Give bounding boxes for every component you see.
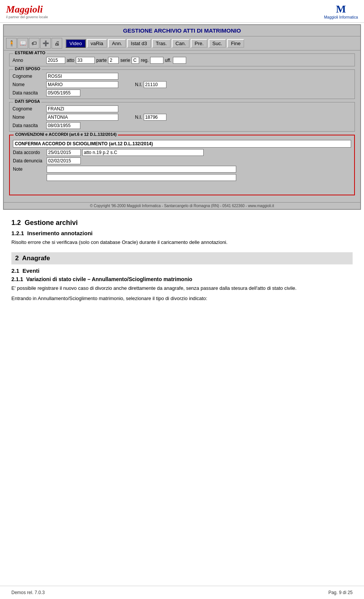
copyright-text: © Copyright '96-2000 Maggioli Informatic… <box>90 204 274 208</box>
app-title: GESTIONE ARCHIVIO ATTI DI MATRIMONIO <box>123 27 241 34</box>
doc-h2: 1.2.1 Inserimento annotazioni <box>11 230 353 236</box>
top-logos-bar: Maggioli il partner del governo locale M… <box>0 0 364 23</box>
mi-logo-text: Maggioli Informatica <box>324 15 358 19</box>
serie-input[interactable] <box>132 57 139 64</box>
uff-input[interactable] <box>173 57 186 64</box>
toolbar: 🧍 📖 🏷 ➕ 🖨 Video vaRia Ann. Istat d3 Tras… <box>4 36 360 50</box>
icon-printer[interactable]: 🖨 <box>52 38 62 49</box>
sposo-cognome-label: Cognome <box>13 74 45 79</box>
footer-right: Pag. 9 di 25 <box>328 590 353 595</box>
btn-fine[interactable]: Fine <box>227 39 244 48</box>
note-label: Note <box>13 167 45 172</box>
sposo-ni-input[interactable] <box>144 81 166 88</box>
sposo-data-input[interactable] <box>46 90 80 96</box>
sposo-ni-label: N.I. <box>135 82 142 87</box>
btn-ann[interactable]: Ann. <box>108 39 126 48</box>
doc-h2-desc: Risolto errore che si verificava (solo c… <box>11 239 353 246</box>
document-content: 1.2 Gestione archivi 1.2.1 Inserimento a… <box>0 211 364 313</box>
icon-label[interactable]: 🏷 <box>29 38 39 49</box>
doc-h4-number: 2.1.1 <box>11 276 23 282</box>
doc-h4: 2.1.1 Variazioni di stato civile – Annul… <box>11 276 353 282</box>
sposa-data-row: Data nascita <box>13 122 351 129</box>
toolbar-icon-group: 🧍 📖 🏷 ➕ 🖨 <box>6 38 62 49</box>
form-area: ESTREMI ATTO Anno atto parte serie reg. … <box>4 50 360 202</box>
btn-istat[interactable]: Istat d3 <box>127 39 151 48</box>
parte-input[interactable] <box>108 57 119 64</box>
app-window: GESTIONE ARCHIVIO ATTI DI MATRIMONIO 🧍 📖… <box>3 24 361 210</box>
sposa-nome-row: Nome N.I. <box>13 114 351 121</box>
sposa-cognome-row: Cognome <box>13 105 351 112</box>
sposa-ni-label: N.I. <box>135 115 142 120</box>
data-accordo-input[interactable] <box>47 149 81 156</box>
atto-label: atto <box>67 58 74 63</box>
app-title-bar: GESTIONE ARCHIVIO ATTI DI MATRIMONIO <box>4 25 360 36</box>
doc-h2-number: 1.2.1 <box>11 230 24 236</box>
uff-label: uff. <box>165 58 171 63</box>
sposa-cognome-label: Cognome <box>13 106 45 112</box>
data-denuncia-label: Data denuncia <box>13 158 45 164</box>
doc-h4-desc: E' possibile registrare il nuovo caso di… <box>11 285 353 292</box>
note-row: Note <box>13 166 351 173</box>
sposa-data-input[interactable] <box>46 122 80 129</box>
doc-para2: Entrando in Annullamento/Scioglimento ma… <box>11 295 353 302</box>
icon-person[interactable]: 🧍 <box>6 38 17 49</box>
doc-h1: 1.2 Gestione archivi <box>11 219 353 227</box>
doc-h3-number: 2.1 <box>11 267 19 274</box>
sposo-cognome-row: Cognome <box>13 73 351 80</box>
reg-input[interactable] <box>150 57 163 64</box>
conferma-box: CONFERMA ACCORDO DI SCIOGLIMENTO (art.12… <box>13 140 351 148</box>
anno-label: Anno <box>13 58 45 63</box>
dati-sposa-section: DATI SPOSA Cognome Nome N.I. Data nascit… <box>9 102 355 132</box>
btn-tras[interactable]: Tras. <box>152 39 171 48</box>
sposo-nome-input[interactable] <box>46 81 118 88</box>
anno-input[interactable] <box>46 57 65 64</box>
convenzioni-section: CONVENZIONI e ACCORDI (art.6 e 12 D.L.13… <box>9 135 355 195</box>
data-denuncia-row: Data denuncia <box>13 157 351 164</box>
icon-arrow[interactable]: ➕ <box>40 38 51 49</box>
sposa-cognome-input[interactable] <box>46 105 118 112</box>
conferma-text: CONFERMA ACCORDO DI SCIOGLIMENTO (art.12… <box>15 141 153 146</box>
doc-h1-title: Gestione archivi <box>25 219 78 226</box>
doc-h4-title: Variazioni di stato civile – Annullament… <box>26 276 192 282</box>
btn-varia[interactable]: vaRia <box>87 39 107 48</box>
data-accordo-label: Data accordo <box>13 150 45 155</box>
btn-can[interactable]: Can. <box>172 39 190 48</box>
copyright-bar: © Copyright '96-2000 Maggioli Informatic… <box>4 202 360 209</box>
maggioli-logo-text: Maggioli il partner del governo locale <box>6 4 48 19</box>
note2-row <box>13 174 351 181</box>
btn-pre[interactable]: Pre. <box>191 39 207 48</box>
icon-book[interactable]: 📖 <box>17 38 28 49</box>
reg-label: reg. <box>141 58 149 63</box>
sposa-nome-input[interactable] <box>46 114 118 121</box>
atto-n-input[interactable] <box>82 149 204 156</box>
btn-suc[interactable]: Suc. <box>209 39 226 48</box>
section2-number: 2 <box>15 255 19 262</box>
sposo-nome-row: Nome N.I. <box>13 81 351 88</box>
estremi-row: Anno atto parte serie reg. uff. <box>13 57 351 64</box>
footer-left: Demos rel. 7.0.3 <box>11 590 45 595</box>
sposa-section-title: DATI SPOSA <box>13 99 41 104</box>
sposa-data-label: Data nascita <box>13 123 45 128</box>
maggioli-subtitle: il partner del governo locale <box>6 15 48 19</box>
data-denuncia-input[interactable] <box>47 157 81 164</box>
atto-input[interactable] <box>76 57 95 64</box>
page-footer: Demos rel. 7.0.3 Pag. 9 di 25 <box>0 586 364 599</box>
doc-h3: 2.1 Eventi <box>11 267 353 274</box>
convenzioni-section-title: CONVENZIONI e ACCORDI (art.6 e 12 D.L.13… <box>14 132 118 137</box>
parte-label: parte <box>96 58 107 63</box>
note-input[interactable] <box>47 166 236 173</box>
sposo-data-label: Data nascita <box>13 90 45 96</box>
btn-video[interactable]: Video <box>66 39 86 48</box>
sposa-ni-input[interactable] <box>144 114 166 121</box>
sposo-nome-label: Nome <box>13 82 45 87</box>
estremi-section-title: ESTREMI ATTO <box>13 50 47 55</box>
sposo-data-row: Data nascita <box>13 90 351 96</box>
maggioli-logo: Maggioli il partner del governo locale <box>6 4 48 19</box>
note2-input[interactable] <box>47 174 236 181</box>
doc-h3-title: Eventi <box>22 267 39 274</box>
sposa-nome-label: Nome <box>13 115 45 120</box>
mi-logo: M Maggioli Informatica <box>324 3 358 19</box>
serie-label: serie <box>120 58 130 63</box>
mi-logo-icon: M <box>336 3 346 15</box>
sposo-cognome-input[interactable] <box>46 73 118 80</box>
